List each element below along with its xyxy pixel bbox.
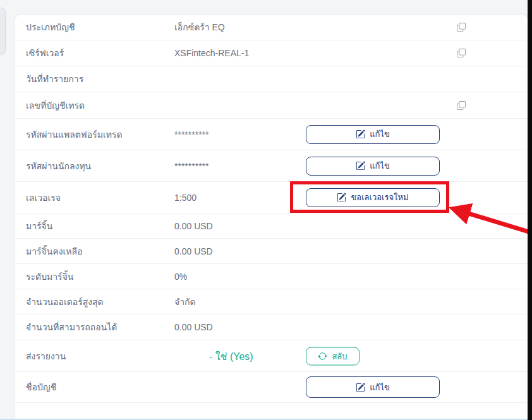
withdrawable-amount-value: 0.00 USD xyxy=(174,322,213,332)
refresh-icon xyxy=(318,351,327,361)
leverage-edit-button[interactable]: ขอเลเวอเรจใหม่ xyxy=(306,188,440,207)
edit-icon xyxy=(356,383,365,392)
copy-icon xyxy=(457,48,466,58)
margin-level-label: ระดับมาร์จิ้น xyxy=(26,270,73,284)
table-row-leverage: เลเวอเรจ1:500ขอเลเวอเรจใหม่ xyxy=(15,182,528,213)
right-edge-strip xyxy=(528,0,532,420)
platform-password-action-zone: แก้ไข xyxy=(306,125,440,144)
table-row-max-orders: จำนวนออเดอร์สูงสุดจำกัด xyxy=(15,289,528,315)
copy-icon xyxy=(457,100,466,111)
leverage-button-label: ขอเลเวอเรจใหม่ xyxy=(351,191,408,204)
platform-password-button-label: แก้ไข xyxy=(370,128,390,141)
account-details-card: ประเภทบัญชีเอ็กซ์ตร้า EQเซิร์ฟเวอร์XSFin… xyxy=(14,14,529,420)
max-orders-value: จำกัด xyxy=(174,295,196,309)
send-report-button-label: สลับ xyxy=(332,349,347,363)
leverage-action-zone: ขอเลเวอเรจใหม่ xyxy=(306,188,440,207)
table-row-margin-level: ระดับมาร์จิ้น0% xyxy=(15,264,528,289)
platform-password-label: รหัสผ่านแพลตฟอร์มเทรด xyxy=(26,128,123,141)
send-report-label: ส่งรายงาน xyxy=(26,349,66,363)
trade-account-number-copy-button[interactable] xyxy=(456,99,467,112)
margin-label: มาร์จิ้น xyxy=(26,219,52,233)
margin-level-value: 0% xyxy=(174,272,187,282)
send-report-value: - ใช่ (Yes) xyxy=(209,348,253,364)
investor-password-value: ********** xyxy=(174,161,209,171)
table-row-margin: มาร์จิ้น0.00 USD xyxy=(15,213,528,239)
edit-icon xyxy=(337,193,346,202)
account-name-action-zone: แก้ไข xyxy=(306,376,440,398)
send-report-toggle-button[interactable]: สลับ xyxy=(306,347,360,365)
table-row-withdrawable-amount: จำนวนที่สามารถถอนได้0.00 USD xyxy=(15,315,528,340)
account-name-edit-button[interactable]: แก้ไข xyxy=(306,376,440,398)
account-type-label: ประเภทบัญชี xyxy=(26,20,75,34)
table-row-send-report: ส่งรายงาน- ใช่ (Yes)สลับ xyxy=(15,340,528,372)
server-label: เซิร์ฟเวอร์ xyxy=(26,46,64,60)
table-row-margin-remaining: มาร์จิ้นคงเหลือ0.00 USD xyxy=(15,239,528,264)
max-orders-label: จำนวนออเดอร์สูงสุด xyxy=(26,295,104,309)
account-type-value: เอ็กซ์ตร้า EQ xyxy=(174,20,225,34)
send-report-action-zone: สลับ xyxy=(306,347,440,365)
transaction-date-label: วันที่ทำรายการ xyxy=(26,72,83,86)
table-row-platform-password: รหัสผ่านแพลตฟอร์มเทรด**********แก้ไข xyxy=(15,119,528,150)
platform-password-value: ********** xyxy=(174,129,209,140)
investor-password-label: รหัสผ่านนักลงทุน xyxy=(26,159,91,173)
table-row-xs-ai: XS AI xyxy=(15,403,528,420)
server-copy-button[interactable] xyxy=(456,47,467,59)
withdrawable-amount-label: จำนวนที่สามารถถอนได้ xyxy=(26,320,117,334)
account-type-copy-button[interactable] xyxy=(456,21,467,33)
margin-remaining-value: 0.00 USD xyxy=(174,246,213,256)
table-row-account-name: ชื่อบัญชีแก้ไข xyxy=(15,372,528,403)
investor-password-button-label: แก้ไข xyxy=(370,159,390,172)
account-name-label: ชื่อบัญชี xyxy=(26,380,56,394)
server-value: XSFintech-REAL-1 xyxy=(174,48,249,58)
edit-icon xyxy=(356,161,365,171)
trade-account-number-label: เลขที่บัญชีเทรด xyxy=(26,99,85,112)
platform-password-edit-button[interactable]: แก้ไข xyxy=(306,125,440,144)
margin-value: 0.00 USD xyxy=(174,221,213,231)
table-row-trade-account-number: เลขที่บัญชีเทรด xyxy=(15,92,528,119)
leverage-value: 1:500 xyxy=(174,193,196,203)
margin-remaining-label: มาร์จิ้นคงเหลือ xyxy=(26,244,83,258)
table-row-transaction-date: วันที่ทำรายการ xyxy=(15,66,528,92)
account-name-button-label: แก้ไข xyxy=(370,381,390,394)
investor-password-action-zone: แก้ไข xyxy=(306,157,440,176)
copy-icon xyxy=(457,22,466,32)
leverage-label: เลเวอเรจ xyxy=(26,191,61,205)
investor-password-edit-button[interactable]: แก้ไข xyxy=(306,157,440,176)
table-row-account-type: ประเภทบัญชีเอ็กซ์ตร้า EQ xyxy=(15,15,528,40)
edit-icon xyxy=(356,129,365,139)
table-row-investor-password: รหัสผ่านนักลงทุน**********แก้ไข xyxy=(15,150,528,182)
table-row-server: เซิร์ฟเวอร์XSFintech-REAL-1 xyxy=(15,40,528,66)
left-panel-edge xyxy=(0,8,6,54)
